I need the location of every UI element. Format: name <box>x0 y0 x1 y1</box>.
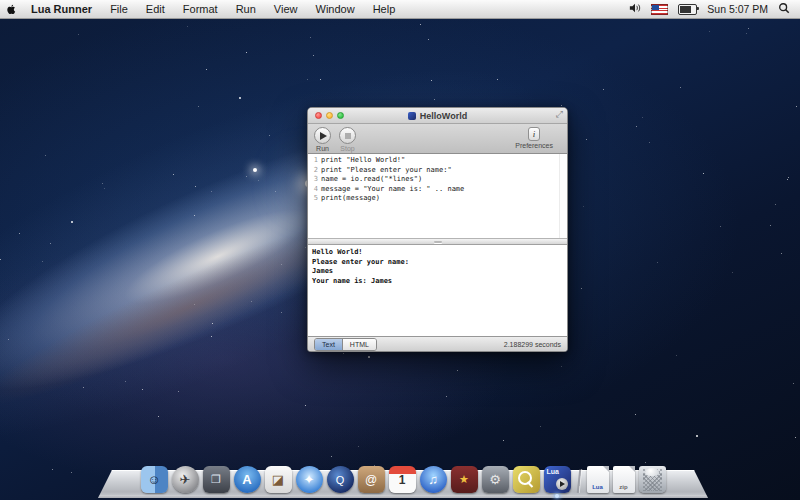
dock: ☺ ✈ ❐ A ◪ ✦ Q @ 1 ♫ ★ ⚙ Lua Lua zip <box>98 470 708 498</box>
status-bar: Text HTML 2.188299 seconds <box>308 336 567 351</box>
editor-scrollbar[interactable] <box>559 154 567 238</box>
launchpad-icon[interactable]: ✈ <box>172 466 199 493</box>
line-number: 5 <box>308 194 321 204</box>
tab-text[interactable]: Text <box>315 339 342 350</box>
document-icon <box>408 112 416 120</box>
line-number: 3 <box>308 175 321 185</box>
line-number: 1 <box>308 156 321 166</box>
lua-runner-icon[interactable]: Lua <box>544 466 571 493</box>
menu-window[interactable]: Window <box>307 0 364 18</box>
preview-icon[interactable]: ◪ <box>265 466 292 493</box>
info-icon: i <box>528 127 540 141</box>
active-app-menu[interactable]: Lua Runner <box>22 0 101 18</box>
trash-icon[interactable] <box>639 466 666 493</box>
splitter-grip-icon <box>434 241 442 243</box>
line-number: 4 <box>308 185 321 195</box>
output-line: Your name is: James <box>312 277 567 287</box>
ical-icon[interactable]: 1 <box>389 466 416 493</box>
menu-bar: Lua Runner File Edit Format Run View Win… <box>0 0 800 19</box>
menu-bar-clock[interactable]: Sun 5:07 PM <box>707 3 768 15</box>
pane-splitter[interactable] <box>308 238 567 245</box>
finder-icon[interactable]: ☺ <box>141 466 168 493</box>
output-mode-segmented-control: Text HTML <box>314 338 377 351</box>
minimize-button[interactable] <box>326 112 333 119</box>
menu-edit[interactable]: Edit <box>137 0 174 18</box>
code-editor[interactable]: 1 print "Hello World!" 2 print "Please e… <box>308 154 567 238</box>
system-preferences-icon[interactable]: ⚙ <box>482 466 509 493</box>
output-line: Hello World! <box>312 248 567 258</box>
app-window: HelloWorld ⤢ Run Stop i Preferences 1 pr… <box>307 107 568 352</box>
zip-document-icon[interactable]: zip <box>613 466 635 493</box>
battery-icon[interactable] <box>678 4 697 15</box>
code-line: 5 print(message) <box>308 194 567 204</box>
app-store-icon[interactable]: A <box>234 466 261 493</box>
dock-separator <box>576 469 581 493</box>
zoom-button[interactable] <box>337 112 344 119</box>
close-button[interactable] <box>315 112 322 119</box>
running-indicator <box>555 494 559 498</box>
apple-menu-icon[interactable] <box>0 0 22 18</box>
menu-format[interactable]: Format <box>174 0 227 18</box>
preferences-button[interactable]: i Preferences <box>515 127 553 149</box>
quicktime-icon[interactable]: Q <box>327 466 354 493</box>
fullscreen-icon[interactable]: ⤢ <box>556 109 563 120</box>
menu-file[interactable]: File <box>101 0 137 18</box>
volume-icon[interactable] <box>629 2 641 16</box>
spotlight-icon[interactable] <box>778 2 790 16</box>
menu-view[interactable]: View <box>265 0 307 18</box>
elapsed-time: 2.188299 seconds <box>504 341 561 348</box>
run-button-label: Run <box>316 145 329 152</box>
output-line: Please enter your name: <box>312 258 567 268</box>
mission-control-icon[interactable]: ❐ <box>203 466 230 493</box>
search-utility-icon[interactable] <box>513 466 540 493</box>
stop-icon <box>345 133 351 139</box>
lua-document-icon[interactable]: Lua <box>587 466 609 493</box>
code-line: 1 print "Hello World!" <box>308 156 567 166</box>
window-title: HelloWorld <box>408 111 467 121</box>
preferences-button-label: Preferences <box>515 142 553 149</box>
stop-button-label: Stop <box>340 145 354 152</box>
imovie-icon[interactable]: ★ <box>451 466 478 493</box>
address-book-icon[interactable]: @ <box>358 466 385 493</box>
input-language-flag-icon[interactable] <box>651 4 668 15</box>
play-icon <box>320 132 327 140</box>
menu-run[interactable]: Run <box>227 0 265 18</box>
title-bar[interactable]: HelloWorld ⤢ <box>308 108 567 124</box>
code-line: 2 print "Please enter your name:" <box>308 166 567 176</box>
code-line: 3 name = io.read("*lines") <box>308 175 567 185</box>
tab-html[interactable]: HTML <box>342 339 376 350</box>
line-number: 2 <box>308 166 321 176</box>
lua-play-icon <box>556 478 568 490</box>
run-button[interactable]: Run <box>314 127 331 152</box>
toolbar: Run Stop i Preferences <box>308 124 567 154</box>
code-line: 4 message = "Your name is: " .. name <box>308 185 567 195</box>
output-pane[interactable]: Hello World! Please enter your name: Jam… <box>308 245 567 336</box>
output-line: James <box>312 267 567 277</box>
safari-icon[interactable]: ✦ <box>296 466 323 493</box>
itunes-icon[interactable]: ♫ <box>420 466 447 493</box>
menu-help[interactable]: Help <box>364 0 405 18</box>
stop-button[interactable]: Stop <box>339 127 356 152</box>
small-star <box>253 168 257 172</box>
